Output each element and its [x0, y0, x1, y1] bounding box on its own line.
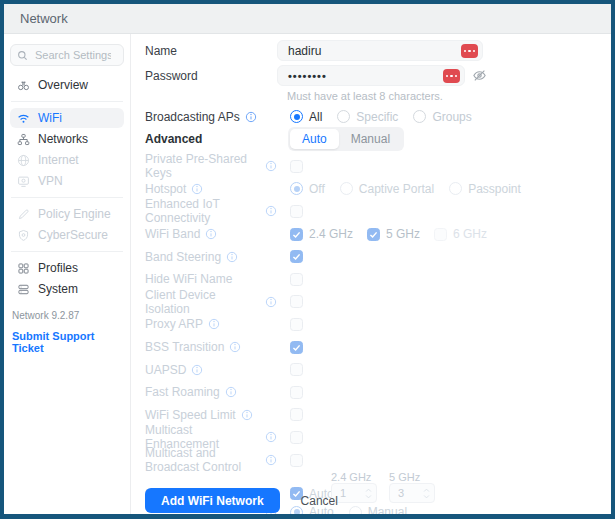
sidebar-item-internet[interactable]: Internet — [10, 150, 124, 170]
multicast-enhancement-checkbox[interactable] — [290, 431, 303, 444]
randomize-password-button[interactable] — [443, 69, 460, 83]
sidebar-item-label: Policy Engine — [38, 207, 111, 221]
sidebar-item-label: Internet — [38, 153, 79, 167]
info-icon[interactable] — [241, 409, 253, 421]
hotspot-radio-passpoint[interactable] — [449, 182, 462, 195]
enhanced-iot-connectivity-checkbox[interactable] — [290, 205, 303, 218]
proxy-arp-checkbox[interactable] — [290, 318, 303, 331]
password-hint: Must have at least 8 characters. — [277, 90, 443, 102]
row-wifi-band: WiFi Band2.4 GHz5 GHz6 GHz — [145, 223, 611, 246]
globe-icon — [17, 154, 30, 167]
2-4-ghz-checkbox[interactable] — [290, 228, 303, 241]
advanced-options-list: Private Pre-Shared KeysHotspotOffCaptive… — [145, 155, 611, 471]
wifi-band-option-5-ghz[interactable]: 5 GHz — [367, 227, 420, 241]
toggle-password-visibility-icon[interactable] — [472, 68, 487, 83]
private-pre-shared-keys-checkbox[interactable] — [290, 160, 303, 173]
info-icon[interactable] — [229, 341, 241, 353]
broadcasting-aps-label: Broadcasting APs — [145, 110, 240, 124]
checkbox-option-label: 2.4 GHz — [309, 227, 353, 241]
hotspot-option-captive-portal[interactable]: Captive Portal — [340, 182, 434, 196]
row-multicast-and-broadcast-control: Multicast and Broadcast Control — [145, 449, 611, 472]
pen-icon — [17, 208, 30, 221]
page-header: Network — [4, 4, 611, 34]
row-label: UAPSD — [145, 363, 186, 377]
broadcasting-aps-radio-specific[interactable] — [337, 110, 350, 123]
broadcasting-aps-option-specific[interactable]: Specific — [337, 110, 398, 124]
password-input[interactable]: •••••••• — [277, 65, 465, 86]
advanced-tab-manual[interactable]: Manual — [339, 129, 402, 149]
hotspot-option-off[interactable]: Off — [290, 182, 325, 196]
bss-transition-checkbox[interactable] — [290, 341, 303, 354]
row-label: Fast Roaming — [145, 385, 220, 399]
randomize-name-button[interactable] — [461, 44, 478, 58]
checkbox-option-label: 5 GHz — [386, 227, 420, 241]
page-title: Network — [20, 11, 68, 26]
info-icon[interactable] — [191, 183, 203, 195]
search-box[interactable] — [10, 44, 124, 66]
sidebar-item-policy-engine[interactable]: Policy Engine — [10, 204, 124, 224]
hide-wifi-name-checkbox[interactable] — [290, 273, 303, 286]
wifi-speed-limit-checkbox[interactable] — [290, 408, 303, 421]
band-steering-checkbox[interactable] — [290, 250, 303, 263]
broadcasting-aps-option-all[interactable]: All — [290, 110, 322, 124]
sidebar-item-system[interactable]: System — [10, 279, 124, 299]
info-icon[interactable] — [265, 431, 277, 443]
dtim-value: 3 — [398, 487, 423, 499]
vpn-icon — [17, 175, 30, 188]
info-icon[interactable] — [226, 251, 238, 263]
row-fast-roaming: Fast Roaming — [145, 381, 611, 404]
sidebar-divider — [11, 251, 123, 252]
6-ghz-checkbox[interactable] — [434, 228, 447, 241]
info-icon[interactable] — [191, 364, 203, 376]
info-icon[interactable] — [205, 228, 217, 240]
stepper-icon[interactable] — [423, 487, 430, 500]
hotspot-option-passpoint[interactable]: Passpoint — [449, 182, 521, 196]
wifi-band-option-2-4-ghz[interactable]: 2.4 GHz — [290, 227, 353, 241]
sidebar-item-networks[interactable]: Networks — [10, 129, 124, 149]
password-label: Password — [145, 69, 198, 83]
info-icon[interactable] — [265, 160, 277, 172]
dtim-value-input-5-ghz[interactable]: 3 — [389, 483, 435, 503]
broadcasting-aps-radio-all[interactable] — [290, 110, 303, 123]
hotspot-radio-off[interactable] — [290, 182, 303, 195]
min-data-rate-option-manual[interactable]: Manual — [349, 505, 407, 514]
row-label: Client Device Isolation — [145, 288, 260, 316]
radio-option-label: Groups — [432, 110, 471, 124]
name-input[interactable]: hadiru — [277, 40, 483, 61]
name-label: Name — [145, 44, 177, 58]
info-icon[interactable] — [265, 205, 277, 217]
sidebar-item-vpn[interactable]: VPN — [10, 171, 124, 191]
client-device-isolation-checkbox[interactable] — [290, 295, 303, 308]
row-label: Enhanced IoT Connectivity — [145, 197, 260, 225]
sidebar-item-profiles[interactable]: Profiles — [10, 258, 124, 278]
sidebar-item-overview[interactable]: Overview — [10, 75, 124, 95]
stepper-icon[interactable] — [365, 487, 372, 500]
window-frame: Network OverviewWiFiNetworksInternetVPNP… — [0, 0, 615, 519]
sidebar-item-cybersecure[interactable]: CyberSecure — [10, 225, 124, 245]
info-icon[interactable] — [265, 296, 277, 308]
multicast-and-broadcast-control-checkbox[interactable] — [290, 454, 303, 467]
checkbox-option-label: 6 GHz — [453, 227, 487, 241]
search-input[interactable] — [33, 48, 113, 62]
wifi-band-option-6-ghz[interactable]: 6 GHz — [434, 227, 487, 241]
advanced-tab-auto[interactable]: Auto — [290, 129, 339, 149]
cancel-button[interactable]: Cancel — [301, 494, 338, 508]
fast-roaming-checkbox[interactable] — [290, 386, 303, 399]
row-uapsd: UAPSD — [145, 358, 611, 381]
broadcasting-aps-option-groups[interactable]: Groups — [413, 110, 471, 124]
uapsd-checkbox[interactable] — [290, 363, 303, 376]
info-icon[interactable] — [208, 318, 220, 330]
info-icon[interactable] — [225, 386, 237, 398]
row-label: Proxy ARP — [145, 317, 203, 331]
add-wifi-network-button[interactable]: Add WiFi Network — [145, 488, 280, 513]
sidebar-item-wifi[interactable]: WiFi — [10, 108, 124, 128]
info-icon[interactable] — [245, 111, 257, 123]
min-data-rate-radio-manual[interactable] — [349, 506, 362, 514]
broadcasting-aps-radio-groups[interactable] — [413, 110, 426, 123]
hotspot-radio-captive-portal[interactable] — [340, 182, 353, 195]
binoculars-icon — [17, 79, 30, 92]
5-ghz-checkbox[interactable] — [367, 228, 380, 241]
search-icon — [17, 50, 28, 61]
info-icon[interactable] — [265, 454, 277, 466]
support-ticket-link[interactable]: Submit Support Ticket — [12, 330, 122, 354]
